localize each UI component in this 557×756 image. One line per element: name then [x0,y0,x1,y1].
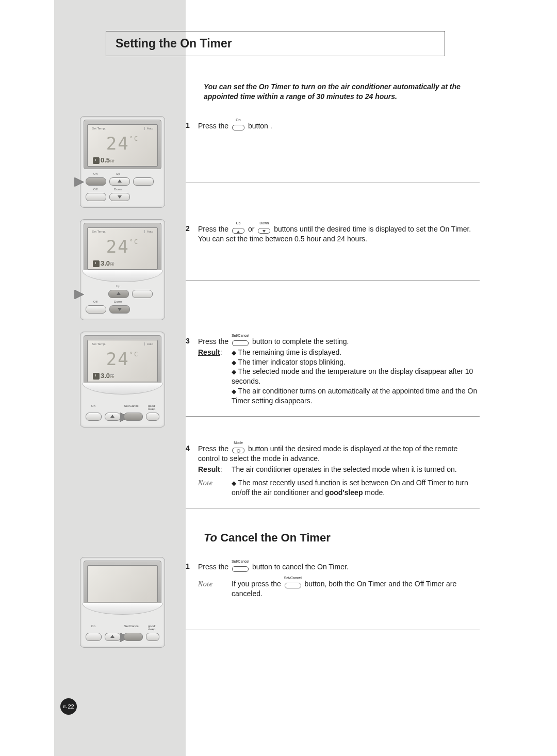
set-cancel-button-icon: Set/Cancel [284,580,302,588]
divider [186,280,480,281]
up-button-icon: Up [231,225,245,234]
step-4-row: 4 Press the Mode button until the desire… [54,439,495,511]
step-2-row: Set Temp. Auto 24°C 3.0Hr Up [54,219,495,332]
remote-on-button [86,413,102,421]
step-text: Press the On button . [198,121,480,131]
remote-good-sleep-button [146,413,159,421]
remote-illustration-cancel: OnSet/Cancelgood' sleep [80,557,165,648]
step-1: 1 Press the On button . [186,116,480,139]
remote-blank-button [133,177,154,186]
step-number: 4 [186,444,198,498]
down-button-icon: Down [257,225,271,234]
note-label: Note [198,580,212,588]
result-label: Result [198,465,220,473]
title-box: Setting the On Timer [106,31,445,56]
indicator-arrow-icon [74,290,84,299]
page-number-badge: E-22 [60,698,77,715]
note-label: Note [198,479,212,487]
mode-button-icon: Mode [231,445,245,453]
step-text: Press the Set/Cancel button to cancel th… [198,562,480,599]
timer-icon [93,157,100,164]
manual-page: Setting the On Timer You can set the On … [0,0,557,756]
intro-text: You can set the On Timer to turn on the … [204,82,482,102]
remote-up-button [108,290,129,298]
divider [186,508,480,508]
divider [186,630,480,630]
screen-timer-3: 3.0Hr [93,372,114,380]
cancel-title: To Cancel the On Timer [204,531,495,545]
screen-temp: 24°C [88,133,157,154]
indicator-arrow-icon [74,177,84,187]
step-3: 3 Press the Set/Cancel button to complet… [186,332,480,414]
remote-illustration-3: Set Temp. Auto 24°C 3.0Hr OnSet/Cancelgo… [80,332,165,428]
step-text: Press the Up or Down buttons until the d… [198,224,480,244]
step-text: Press the Mode button until the desired … [198,444,480,498]
remote-off-button [86,193,106,201]
step-number: 1 [186,562,198,599]
page-title: Setting the On Timer [116,37,232,50]
remote-on-button [86,177,106,186]
divider [186,416,480,417]
remote-off-button [86,305,106,314]
set-cancel-button-icon: Set/Cancel [231,338,250,346]
screen-auto-label: Auto [144,127,153,130]
step-1-row: Set Temp. Auto 24°C 0.5Hr OnUp [54,116,495,219]
step-3-row: Set Temp. Auto 24°C 3.0Hr OnSet/Cancelgo… [54,332,495,439]
set-cancel-button-icon: Set/Cancel [231,564,250,572]
note-text: ◆ The most recently used function is set… [232,478,480,498]
remote-set-cancel-button [124,633,143,641]
remote-up-button [109,177,130,186]
step-text: Press the Set/Cancel button to complete … [198,337,480,406]
result-list: ◆ The remaining time is displayed. ◆ The… [232,348,480,406]
step-2: 2 Press the Up or Down buttons until the… [186,219,480,252]
note-text: If you press the Set/Cancel button, both… [232,579,480,599]
remote-down-button [109,305,130,314]
divider [186,183,480,183]
step-number: 2 [186,224,198,244]
remote-illustration-1: Set Temp. Auto 24°C 0.5Hr OnUp [80,116,165,208]
cancel-step-1: 1 Press the Set/Cancel button to cancel … [186,557,480,607]
page-content: Setting the On Timer You can set the On … [54,31,495,659]
remote-illustration-2: Set Temp. Auto 24°C 3.0Hr Up [80,219,165,320]
timer-icon [93,260,100,267]
screen-set-temp-label: Set Temp. [92,127,106,130]
on-button-icon: On [231,122,245,130]
step-number: 3 [186,337,198,406]
timer-icon [93,373,100,380]
result-label: Result [198,348,220,356]
screen-timer-1: 0.5Hr [93,156,114,164]
step-number: 1 [186,121,198,131]
screen-timer-2: 3.0Hr [93,259,114,267]
step-4: 4 Press the Mode button until the desire… [186,439,480,506]
result-text: The air conditioner operates in the sele… [232,465,480,474]
remote-down-button [109,193,130,201]
remote-set-cancel-button [124,413,143,421]
cancel-step-row: OnSet/Cancelgood' sleep [54,557,495,659]
